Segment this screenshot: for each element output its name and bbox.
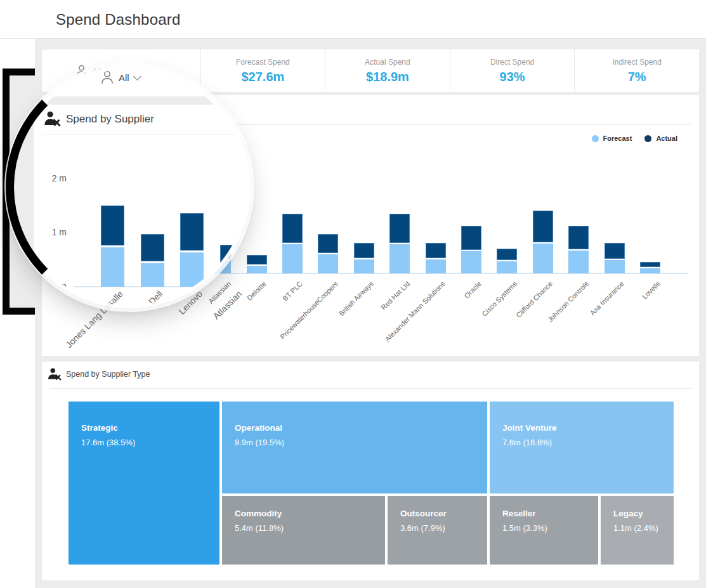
x-axis-label: Axa Insurance bbox=[589, 280, 625, 317]
treemap-node-legacy[interactable]: Legacy1.1m (2.4%) bbox=[601, 496, 674, 565]
lens-scope-filter-label: All bbox=[119, 72, 129, 83]
bar-segment-forecast-Oracle[interactable] bbox=[461, 251, 481, 273]
bar-segment-actual-Lovells[interactable] bbox=[640, 262, 660, 267]
bar-segment-actual-Deloitte[interactable] bbox=[247, 255, 267, 265]
kpi-value: $18.9m bbox=[366, 70, 409, 84]
bar-segment-forecast-BT PLC[interactable] bbox=[282, 244, 303, 273]
person-outline-icon bbox=[101, 70, 114, 84]
treemap-node-value: 17.6m (38.5%) bbox=[81, 438, 207, 447]
person-wrench-icon bbox=[48, 367, 62, 381]
treemap-node-label: Joint Venture bbox=[502, 423, 661, 433]
kpi-label: Actual Spend bbox=[365, 58, 410, 67]
x-axis-label: Lovells bbox=[641, 280, 662, 301]
treemap-node-label: Commodity bbox=[235, 509, 372, 518]
divider bbox=[49, 388, 691, 389]
x-axis-label: Deloitte bbox=[245, 280, 268, 302]
bar-segment-actual-Lenovo[interactable] bbox=[180, 213, 204, 251]
bar-segment-actual-Oracle[interactable] bbox=[461, 226, 481, 250]
treemap-node-outsourcer[interactable]: Outsourcer3.6m (7.9%) bbox=[388, 496, 487, 565]
treemap-node-label: Legacy bbox=[613, 509, 661, 518]
treemap-node-commodity[interactable]: Commodity5.4m (11.8%) bbox=[222, 496, 385, 565]
bar-segment-forecast-PricewaterhouseCoopers[interactable] bbox=[318, 254, 338, 273]
kpi-indirect-spend: Indirect Spend 7% bbox=[574, 49, 699, 92]
treemap-node-value: 5.4m (11.8%) bbox=[235, 523, 372, 533]
x-axis-label: Alexander Mann Solutions bbox=[384, 280, 447, 343]
bar-segment-actual-Axa Insurance[interactable] bbox=[605, 243, 625, 259]
lens-bar-chart: 0 m1 m2 m bbox=[34, 105, 248, 287]
treemap-node-label: Operational bbox=[235, 423, 474, 433]
chevron-down-icon bbox=[133, 72, 141, 81]
treemap-node-value: 1.1m (2.4%) bbox=[613, 523, 661, 533]
lens-scope-filter: All bbox=[101, 70, 140, 84]
bar-segment-forecast-Axa Insurance[interactable] bbox=[605, 260, 625, 273]
x-axis-label: Clifford Chance bbox=[514, 280, 554, 319]
treemap-node-joint-venture[interactable]: Joint Venture7.6m (16.6%) bbox=[490, 402, 674, 493]
x-axis-label: Atlassian bbox=[207, 280, 232, 305]
magnifier-lens: All Spend by Supplier 0 m1 m2 m bbox=[8, 66, 251, 308]
kpi-actual-spend: Actual Spend $18.9m bbox=[325, 49, 450, 92]
x-axis-label: British Airways bbox=[337, 280, 375, 317]
treemap-node-value: 1.5m (3.3%) bbox=[502, 523, 585, 533]
bar-segment-actual-Clifford Chance[interactable] bbox=[533, 211, 553, 242]
bar-segment-forecast-Lenovo[interactable] bbox=[180, 252, 204, 287]
legend-item-forecast[interactable]: Forecast bbox=[592, 134, 632, 142]
bar-segment-actual-Red Hat Ltd[interactable] bbox=[389, 214, 410, 243]
bar-segment-forecast-Red Hat Ltd[interactable] bbox=[389, 244, 410, 273]
treemap-node-label: Outsourcer bbox=[400, 509, 474, 518]
treemap-node-operational[interactable]: Operational8.9m (19.5%) bbox=[222, 402, 487, 493]
kpi-value: 7% bbox=[628, 70, 646, 84]
bar-segment-forecast-Cisco Systems[interactable] bbox=[497, 261, 517, 273]
x-axis-label: Red Hat Ltd bbox=[379, 280, 411, 311]
y-tick-label: 1 m bbox=[42, 227, 67, 237]
forecast-dot-icon bbox=[592, 135, 599, 142]
kpi-value: 93% bbox=[500, 70, 525, 84]
bar-segment-actual-Johnson Controls[interactable] bbox=[568, 226, 589, 249]
spend-by-supplier-type-card: Spend by Supplier Type Strategic17.6m (3… bbox=[42, 362, 699, 580]
treemap-node-strategic[interactable]: Strategic17.6m (38.5%) bbox=[69, 402, 219, 565]
legend-label: Actual bbox=[656, 134, 677, 142]
bar-segment-actual-British Airways[interactable] bbox=[354, 243, 374, 258]
card-title: Spend by Supplier Type bbox=[66, 370, 150, 379]
x-axis-label: Cisco Systems bbox=[480, 280, 518, 318]
kpi-label: Direct Spend bbox=[490, 58, 534, 67]
bar-segment-actual-Jones Lang Lasalle[interactable] bbox=[101, 206, 124, 245]
bar-segment-forecast-Johnson Controls[interactable] bbox=[568, 251, 589, 273]
kpi-direct-spend: Direct Spend 93% bbox=[450, 49, 575, 92]
bar-segment-actual-Alexander Mann Solutions[interactable] bbox=[426, 243, 446, 258]
x-axis-label: Oracle bbox=[462, 280, 482, 299]
bar-segment-forecast-British Airways[interactable] bbox=[354, 259, 374, 273]
kpi-label: Forecast Spend bbox=[236, 58, 290, 67]
treemap-node-value: 7.6m (16.6%) bbox=[502, 438, 661, 447]
kpi-label: Indirect Spend bbox=[612, 58, 661, 67]
bar-segment-actual-Cisco Systems[interactable] bbox=[497, 249, 517, 260]
x-axis-label: PricewaterhouseCoopers bbox=[278, 280, 339, 341]
treemap-node-value: 3.6m (7.9%) bbox=[400, 523, 474, 533]
bar-segment-forecast-Deloitte[interactable] bbox=[247, 266, 267, 273]
page-title: Spend Dashboard bbox=[56, 11, 180, 29]
treemap-node-reseller[interactable]: Reseller1.5m (3.3%) bbox=[490, 496, 598, 565]
kpi-forecast-spend: Forecast Spend $27.6m bbox=[200, 49, 325, 92]
legend-label: Forecast bbox=[603, 134, 632, 142]
x-axis-label: BT PLC bbox=[281, 280, 304, 303]
treemap-node-label: Strategic bbox=[81, 423, 207, 433]
bar-segment-forecast-Alexander Mann Solutions[interactable] bbox=[426, 259, 446, 273]
actual-dot-icon bbox=[644, 135, 651, 142]
supplier-type-treemap: Strategic17.6m (38.5%)Operational8.9m (1… bbox=[69, 402, 674, 565]
chart-legend: Forecast Actual bbox=[592, 134, 677, 142]
title-bar: Spend Dashboard bbox=[0, 0, 706, 39]
y-tick-label: 2 m bbox=[42, 173, 67, 183]
bar-segment-actual-Dell[interactable] bbox=[141, 234, 164, 261]
legend-item-actual[interactable]: Actual bbox=[644, 134, 677, 142]
bar-segment-forecast-Jones Lang Lasalle[interactable] bbox=[101, 247, 124, 287]
bar-segment-actual-BT PLC[interactable] bbox=[282, 214, 303, 243]
bar-segment-forecast-Lovells[interactable] bbox=[640, 268, 660, 273]
bar-segment-forecast-Clifford Chance[interactable] bbox=[533, 244, 553, 273]
bar-segment-actual-PricewaterhouseCoopers[interactable] bbox=[318, 234, 338, 253]
bar-segment-forecast-Dell[interactable] bbox=[141, 263, 164, 287]
kpi-value: $27.6m bbox=[241, 70, 284, 84]
treemap-node-label: Reseller bbox=[502, 509, 585, 518]
treemap-node-value: 8.9m (19.5%) bbox=[235, 438, 474, 447]
